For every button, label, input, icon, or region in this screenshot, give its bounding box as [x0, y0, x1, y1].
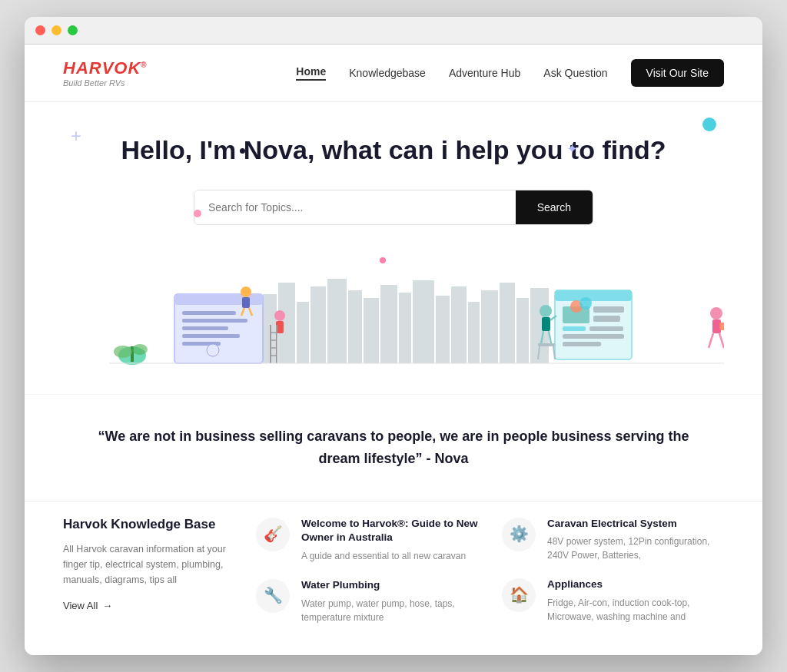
kb-guide-title[interactable]: Welcome to Harvok®: Guide to New Owner i…: [301, 517, 478, 546]
svg-rect-9: [413, 280, 434, 363]
svg-rect-21: [182, 326, 228, 330]
search-container: Search: [63, 190, 724, 225]
svg-rect-15: [516, 298, 529, 363]
svg-rect-4: [327, 279, 347, 363]
svg-rect-14: [500, 283, 515, 363]
kb-article-guide-text: Welcome to Harvok®: Guide to New Owner i…: [301, 517, 478, 564]
maximize-button[interactable]: [68, 25, 78, 35]
svg-rect-64: [719, 323, 724, 330]
header: HARVOK® Build Better RVs Home Knowledgeb…: [25, 45, 762, 102]
kb-article-appliances: 🏠 Appliances Fridge, Air-con, induction …: [501, 578, 724, 624]
svg-text:🔧: 🔧: [264, 586, 283, 604]
minimize-button[interactable]: [51, 25, 61, 35]
search-box: Search: [194, 190, 593, 225]
kb-article-electrical-text: Caravan Electrical System 48V power syst…: [547, 517, 724, 563]
svg-line-62: [709, 333, 713, 348]
titlebar: [25, 17, 762, 45]
svg-point-52: [540, 305, 552, 317]
svg-rect-48: [563, 334, 624, 339]
kb-section: Harvok Knowledge Base All Harvok caravan…: [25, 501, 762, 656]
svg-rect-13: [481, 290, 498, 363]
deco-plus-1: +: [71, 125, 81, 147]
svg-rect-10: [436, 296, 450, 363]
mac-window: HARVOK® Build Better RVs Home Knowledgeb…: [25, 17, 762, 655]
logo-reg: ®: [141, 60, 147, 68]
hero-illustration: [63, 248, 724, 371]
deco-dot-1: [240, 148, 245, 154]
svg-rect-20: [182, 319, 247, 323]
svg-point-51: [579, 297, 592, 310]
guide-icon: 🎸: [255, 517, 291, 552]
svg-rect-19: [182, 311, 236, 315]
svg-rect-47: [589, 326, 623, 331]
svg-rect-11: [451, 286, 467, 363]
svg-point-27: [114, 346, 132, 358]
svg-text:⚙️: ⚙️: [510, 525, 529, 543]
svg-rect-5: [348, 290, 362, 363]
nav-knowledgebase[interactable]: Knowledgebase: [349, 67, 426, 79]
svg-rect-8: [399, 293, 411, 363]
svg-point-33: [274, 310, 285, 321]
kb-appliances-desc: Fridge, Air-con, induction cook-top, Mic…: [547, 596, 724, 624]
appliances-icon: 🏠: [501, 578, 536, 613]
svg-rect-2: [297, 302, 309, 363]
hero-title: Hello, I'm Nova, what can i help you to …: [63, 133, 724, 167]
kb-guide-desc: A guide and essential to all new caravan: [301, 549, 478, 563]
nav-home[interactable]: Home: [296, 65, 326, 81]
svg-rect-6: [364, 298, 379, 363]
visit-site-button[interactable]: Visit Our Site: [631, 59, 724, 87]
svg-rect-46: [563, 326, 586, 331]
close-button[interactable]: [35, 25, 45, 35]
kb-main-desc: All Harvok caravan information at your f…: [63, 541, 232, 588]
kb-appliances-title[interactable]: Appliances: [547, 578, 724, 592]
svg-point-29: [241, 286, 251, 297]
search-input[interactable]: [194, 190, 516, 224]
logo-brand: HARVOK: [63, 58, 141, 78]
svg-line-63: [719, 333, 724, 348]
kb-electrical-title[interactable]: Caravan Electrical System: [547, 517, 724, 531]
kb-article-plumbing-text: Water Plumbing Water pump, water pump, h…: [301, 578, 478, 624]
deco-dot-2: [702, 118, 716, 131]
svg-rect-30: [242, 297, 250, 308]
svg-rect-57: [538, 343, 555, 346]
svg-text:🎸: 🎸: [264, 525, 283, 543]
logo: HARVOK® Build Better RVs: [63, 58, 148, 88]
arrow-icon: →: [102, 600, 112, 611]
svg-rect-22: [182, 334, 240, 338]
svg-point-28: [132, 344, 148, 355]
kb-main: Harvok Knowledge Base All Harvok caravan…: [63, 517, 232, 625]
search-button[interactable]: Search: [516, 190, 593, 224]
kb-articles-left: 🎸 Welcome to Harvok®: Guide to New Owner…: [255, 517, 478, 625]
navigation: Home Knowledgebase Adventure Hub Ask Que…: [296, 59, 724, 87]
nav-adventure-hub[interactable]: Adventure Hub: [449, 67, 520, 79]
svg-text:🏠: 🏠: [510, 585, 529, 604]
view-all-label: View All: [63, 600, 98, 611]
svg-rect-12: [468, 302, 480, 363]
logo-tagline: Build Better RVs: [63, 78, 148, 88]
svg-rect-44: [593, 306, 624, 313]
electrical-icon: ⚙️: [501, 517, 536, 552]
kb-article-guide: 🎸 Welcome to Harvok®: Guide to New Owner…: [255, 517, 478, 564]
kb-articles-right: ⚙️ Caravan Electrical System 48V power s…: [501, 517, 724, 625]
kb-article-electrical: ⚙️ Caravan Electrical System 48V power s…: [501, 517, 724, 563]
svg-line-56: [549, 331, 551, 344]
svg-rect-49: [563, 342, 601, 346]
view-all-link[interactable]: View All →: [63, 600, 232, 611]
kb-plumbing-title[interactable]: Water Plumbing: [301, 578, 478, 593]
deco-star-1: ✦: [566, 141, 578, 157]
kb-article-plumbing: 🔧 Water Plumbing Water pump, water pump,…: [255, 578, 478, 624]
quote-text: “We are not in business selling caravans…: [86, 425, 701, 470]
kb-plumbing-desc: Water pump, water pump, hose, taps, temp…: [301, 597, 478, 624]
svg-rect-7: [380, 285, 397, 363]
quote-section: “We are not in business selling caravans…: [25, 394, 762, 501]
deco-dot-3: [194, 210, 201, 217]
kb-main-title: Harvok Knowledge Base: [63, 517, 232, 532]
hero-section: + ✦ Hello, I'm Nova, what can i help you…: [25, 102, 762, 394]
svg-rect-3: [310, 286, 326, 363]
svg-point-60: [710, 307, 722, 319]
kb-article-appliances-text: Appliances Fridge, Air-con, induction co…: [547, 578, 724, 624]
nav-ask-question[interactable]: Ask Question: [543, 67, 607, 79]
page-content: HARVOK® Build Better RVs Home Knowledgeb…: [25, 45, 762, 655]
logo-text: HARVOK®: [63, 58, 148, 78]
plumbing-icon: 🔧: [255, 578, 291, 614]
